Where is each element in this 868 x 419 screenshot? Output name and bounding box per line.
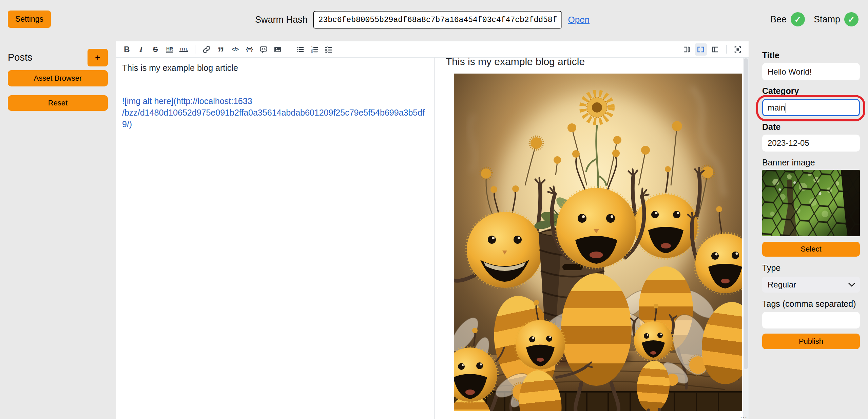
editor-text-line: This is my example blog article <box>122 62 428 74</box>
image-icon[interactable] <box>272 43 284 56</box>
tags-label: Tags (comma separated) <box>762 299 856 309</box>
resize-handle[interactable]: … <box>740 413 748 419</box>
settings-button[interactable]: Settings <box>8 11 51 28</box>
bold-icon[interactable]: B <box>121 43 133 56</box>
editor-shell: B I S HR TITL ” </> {=} <box>116 41 749 419</box>
quote-icon[interactable]: ” <box>215 43 227 56</box>
post-properties-panel: Title Category main Date Banner image <box>762 0 860 419</box>
swarm-hash-label: Swarm Hash <box>255 15 308 25</box>
type-selected-value: Regular <box>768 280 796 290</box>
swarm-hash-input[interactable] <box>313 11 562 29</box>
scrollbar-thumb[interactable] <box>744 58 748 369</box>
title-input[interactable] <box>762 63 860 80</box>
asset-browser-button[interactable]: Asset Browser <box>8 70 108 86</box>
preview-article-title: This is my example blog article <box>446 58 749 68</box>
open-link[interactable]: Open <box>568 15 590 25</box>
category-label: Category <box>762 86 799 96</box>
swarm-hash-group: Swarm Hash Open <box>255 12 590 28</box>
select-banner-button[interactable]: Select <box>762 242 860 257</box>
comment-icon[interactable] <box>257 43 270 56</box>
category-value: main <box>768 103 785 113</box>
article-image-happy-bees <box>454 74 742 411</box>
chevron-down-icon <box>848 283 855 287</box>
layout-split-icon[interactable] <box>695 43 707 56</box>
horizontal-rule-icon[interactable]: HR <box>163 43 176 56</box>
bullet-list-icon[interactable] <box>294 43 307 56</box>
layout-preview-only-icon[interactable] <box>709 43 721 56</box>
preview-scrollbar[interactable] <box>743 58 749 419</box>
type-select[interactable]: Regular <box>762 277 860 293</box>
banner-image-thumbnail[interactable] <box>762 170 860 236</box>
editor-markdown-image-link: ![img alt here](http://localhost:1633 /b… <box>122 95 428 130</box>
date-label: Date <box>762 122 780 132</box>
preview-pane[interactable]: This is my example blog article <box>435 58 749 419</box>
tags-input[interactable] <box>762 312 860 328</box>
code-icon[interactable]: </> <box>229 43 241 56</box>
publish-button[interactable]: Publish <box>762 334 860 349</box>
reset-button[interactable]: Reset <box>8 95 108 111</box>
markdown-editor[interactable]: This is my example blog article ![img al… <box>116 58 435 419</box>
layout-editor-only-icon[interactable] <box>680 43 693 56</box>
category-input[interactable]: main <box>762 99 860 116</box>
add-post-button[interactable]: + <box>88 49 108 66</box>
code-block-icon[interactable]: {=} <box>243 43 255 56</box>
task-list-icon[interactable] <box>323 43 335 56</box>
strikethrough-icon[interactable]: S <box>149 43 161 56</box>
fullscreen-icon[interactable] <box>732 43 744 56</box>
posts-heading: Posts <box>8 52 33 63</box>
title-icon[interactable]: TITL <box>178 43 190 56</box>
date-input[interactable] <box>762 135 860 152</box>
svg-text:3: 3 <box>311 51 313 54</box>
text-cursor <box>786 103 786 113</box>
title-label: Title <box>762 50 779 60</box>
link-icon[interactable] <box>200 43 213 56</box>
banner-image-label: Banner image <box>762 157 815 167</box>
ordered-list-icon[interactable]: 1 2 3 <box>309 43 321 56</box>
type-label: Type <box>762 263 780 273</box>
editor-toolbar: B I S HR TITL ” </> {=} <box>116 41 749 58</box>
italic-icon[interactable]: I <box>135 43 147 56</box>
